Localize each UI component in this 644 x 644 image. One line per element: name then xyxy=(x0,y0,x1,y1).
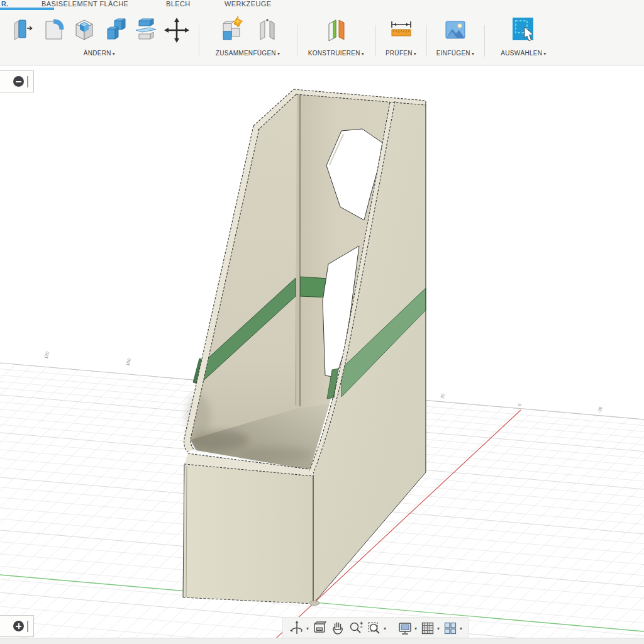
browser-panel-collapsed[interactable] xyxy=(0,70,34,92)
zoom-window-icon[interactable] xyxy=(366,620,382,636)
insert-image-icon[interactable] xyxy=(442,16,469,44)
origin-marker[interactable] xyxy=(309,601,319,606)
svg-text:0: 0 xyxy=(517,403,522,407)
timeline-panel-collapsed[interactable] xyxy=(0,615,34,637)
fillet-icon[interactable] xyxy=(41,15,66,45)
chevron-down-icon: ▾ xyxy=(414,51,416,57)
model-left-inner-face[interactable] xyxy=(191,94,297,449)
active-tab-underline xyxy=(0,8,54,10)
construction-plane-icon[interactable] xyxy=(323,14,350,46)
viewport-canvas[interactable]: 120 100 20 0 -20 xyxy=(0,65,644,638)
svg-text:20: 20 xyxy=(440,393,445,399)
tab-volumenkoerper[interactable]: R. xyxy=(1,0,9,8)
svg-text:100: 100 xyxy=(125,358,131,366)
top-toolbar: R. BASISELEMENT FLÄCHE BLECH WERKZEUGE xyxy=(0,0,644,65)
chevron-down-icon[interactable]: ▾ xyxy=(384,626,386,631)
model-body[interactable] xyxy=(183,89,426,604)
ribbon-tabs: R. BASISELEMENT FLÄCHE BLECH WERKZEUGE xyxy=(0,0,644,11)
fusion360-window: R. BASISELEMENT FLÄCHE BLECH WERKZEUGE xyxy=(0,0,644,644)
collapse-icon[interactable] xyxy=(13,76,24,87)
toolbar-group-konstruieren: KONSTRUIEREN▾ xyxy=(297,11,375,65)
toolbar-group-zusammenfuegen: ZUSAMMENFÜGEN▾ xyxy=(199,11,297,65)
interior-shadow xyxy=(239,447,312,462)
toolbar-group-aendern: ÄNDERN▾ xyxy=(0,11,199,65)
chevron-down-icon: ▾ xyxy=(277,51,280,57)
chevron-down-icon: ▾ xyxy=(362,51,364,57)
chevron-down-icon[interactable]: ▾ xyxy=(460,626,462,631)
panel-drag-handle[interactable] xyxy=(27,621,28,632)
expand-icon[interactable] xyxy=(13,621,24,631)
look-at-icon[interactable] xyxy=(311,620,328,636)
combine-icon[interactable] xyxy=(103,15,128,45)
grid-settings-icon[interactable] xyxy=(419,620,436,636)
measure-icon[interactable] xyxy=(387,16,415,45)
group-label-zusammenfuegen[interactable]: ZUSAMMENFÜGEN▾ xyxy=(216,50,280,57)
group-label-pruefen[interactable]: PRÜFEN▾ xyxy=(386,50,416,57)
toolbar-group-pruefen: PRÜFEN▾ xyxy=(375,11,426,65)
chevron-down-icon[interactable]: ▾ xyxy=(306,626,309,631)
group-label-auswaehlen[interactable]: AUSWÄHLEN▾ xyxy=(501,50,546,57)
split-body-icon[interactable] xyxy=(133,15,158,45)
group-label-konstruieren[interactable]: KONSTRUIEREN▾ xyxy=(308,50,364,57)
svg-text:-20: -20 xyxy=(597,406,602,414)
toolbar-group-auswaehlen: AUSWÄHLEN▾ xyxy=(484,11,563,65)
panel-drag-handle[interactable] xyxy=(27,76,28,87)
tab-basiselement-flaeche[interactable]: BASISELEMENT FLÄCHE xyxy=(42,0,128,8)
orbit-icon[interactable] xyxy=(289,620,305,636)
tab-werkzeuge[interactable]: WERKZEUGE xyxy=(225,0,272,8)
toolbar-group-einfuegen: EINFÜGEN▾ xyxy=(426,11,484,65)
zoom-icon[interactable] xyxy=(348,620,364,636)
display-settings-icon[interactable] xyxy=(397,620,413,636)
new-component-icon[interactable] xyxy=(218,14,247,46)
press-pull-icon[interactable] xyxy=(10,15,35,45)
group-label-einfuegen[interactable]: EINFÜGEN▾ xyxy=(436,50,474,57)
viewports-icon[interactable] xyxy=(442,620,458,636)
group-label-aendern[interactable]: ÄNDERN▾ xyxy=(84,50,115,57)
chevron-down-icon[interactable]: ▾ xyxy=(414,626,417,631)
model-base-front-face[interactable] xyxy=(183,465,313,604)
window-bottom-strip xyxy=(0,638,644,644)
chevron-down-icon: ▾ xyxy=(113,51,115,57)
view-navigation-bar: ▾ ▾ xyxy=(282,617,469,638)
select-icon[interactable] xyxy=(509,14,539,46)
3d-viewport[interactable]: 120 100 20 0 -20 xyxy=(0,65,644,638)
chevron-down-icon: ▾ xyxy=(543,51,546,57)
tab-blech[interactable]: BLECH xyxy=(166,0,191,8)
joint-icon[interactable] xyxy=(257,15,278,45)
chevron-down-icon[interactable]: ▾ xyxy=(437,626,440,631)
svg-text:120: 120 xyxy=(43,351,50,359)
pan-icon[interactable] xyxy=(330,620,346,636)
move-icon[interactable] xyxy=(164,15,189,45)
shell-icon[interactable] xyxy=(72,15,97,45)
chevron-down-icon: ▾ xyxy=(472,51,474,57)
